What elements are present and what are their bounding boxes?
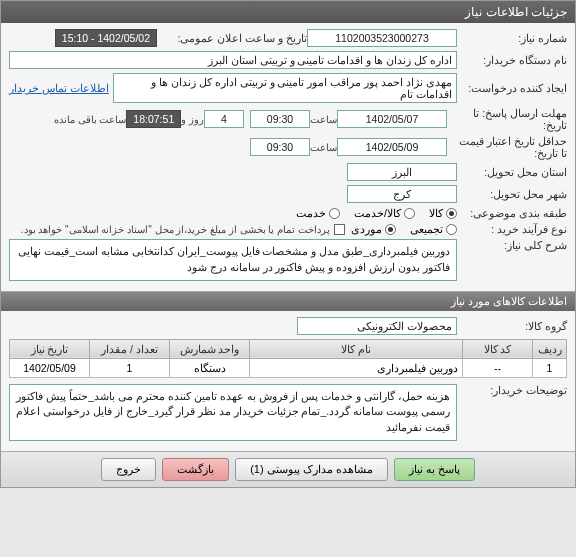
table-row[interactable]: 1 -- دوربین فیلمبرداری دستگاه 1 1402/05/… (10, 358, 567, 377)
buyer-org-label: نام دستگاه خریدار: (457, 54, 567, 66)
col-unit: واحد شمارش (170, 339, 250, 358)
deadline-time: 09:30 (250, 110, 310, 128)
countdown: 18:07:51 (126, 110, 181, 128)
time-word-1: ساعت (310, 114, 337, 125)
group-label: گروه کالا: (457, 320, 567, 332)
city-value: کرج (347, 185, 457, 203)
radio-goods[interactable] (446, 208, 457, 219)
validity-date: 1402/05/09 (337, 138, 447, 156)
buytype-radio-group: تجمیعی موردی (351, 223, 457, 235)
topic-radio-group: کالا کالا/خدمت خدمت (296, 207, 457, 219)
need-no-value: 1102003523000273 (307, 29, 457, 47)
remaining-label: ساعت باقی مانده (54, 114, 127, 125)
treasury-checkbox[interactable] (334, 224, 345, 235)
exit-button[interactable]: خروج (101, 458, 156, 481)
days-remaining: 4 (204, 110, 244, 128)
radio-goods-service[interactable] (404, 208, 415, 219)
group-value: محصولات الکترونیکی (297, 317, 457, 335)
buyer-notes-text: هزینه حمل، گارانتی و خدمات پس از فروش به… (9, 384, 457, 441)
col-name: نام کالا (250, 339, 463, 358)
announce-value: 1402/05/02 - 15:10 (55, 29, 157, 47)
col-qty: تعداد / مقدار (90, 339, 170, 358)
buyer-org-value: اداره کل زندان ها و اقدامات تامینی و ترب… (9, 51, 457, 69)
desc-text: دوربین فیلمبرداری_طبق مدل و مشخصات فایل … (9, 239, 457, 281)
buytype-label: نوع فرآیند خرید : (457, 223, 567, 235)
need-no-label: شماره نیاز: (457, 32, 567, 44)
items-table: ردیف کد کالا نام کالا واحد شمارش تعداد /… (9, 339, 567, 378)
city-label: شهر محل تحویل: (457, 188, 567, 200)
attachments-button[interactable]: مشاهده مدارک پیوستی (1) (235, 458, 388, 481)
col-code: کد کالا (463, 339, 533, 358)
need-details-window: جزئیات اطلاعات نیاز شماره نیاز: 11020035… (0, 0, 576, 488)
requester-value: مهدی نژاد احمد پور مراقب امور تامینی و ت… (113, 73, 457, 103)
desc-label: شرح کلی نیاز: (457, 239, 567, 251)
main-form: شماره نیاز: 1102003523000273 تاریخ و ساع… (1, 23, 575, 291)
footer-buttons: پاسخ به نیاز مشاهده مدارک پیوستی (1) باز… (1, 451, 575, 487)
buyer-notes-label: توضیحات خریدار: (457, 384, 567, 396)
contact-link[interactable]: اطلاعات تماس خریدار (9, 82, 109, 94)
topic-label: طبقه بندی موضوعی: (457, 207, 567, 219)
time-word-2: ساعت (310, 142, 337, 153)
validity-time: 09:30 (250, 138, 310, 156)
pay-note: پرداخت تمام یا بخشی از مبلغ خرید،از محل … (21, 224, 330, 235)
requester-label: ایجاد کننده درخواست: (457, 82, 567, 94)
radio-service[interactable] (329, 208, 340, 219)
items-section-header: اطلاعات کالاهای مورد نیاز (1, 291, 575, 311)
province-label: استان محل تحویل: (457, 166, 567, 178)
province-value: البرز (347, 163, 457, 181)
days-word: روز و (181, 114, 204, 125)
validity-label: حداقل تاریخ اعتبار قیمت تا تاریخ: (447, 135, 567, 159)
radio-case[interactable] (385, 224, 396, 235)
deadline-label: مهلت ارسال پاسخ: تا تاریخ: (447, 107, 567, 131)
deadline-date: 1402/05/07 (337, 110, 447, 128)
back-button[interactable]: بازگشت (162, 458, 229, 481)
col-row: ردیف (533, 339, 567, 358)
respond-button[interactable]: پاسخ به نیاز (394, 458, 475, 481)
announce-label: تاریخ و ساعت اعلان عمومی: (157, 32, 307, 44)
radio-aggregate[interactable] (446, 224, 457, 235)
window-title: جزئیات اطلاعات نیاز (1, 1, 575, 23)
col-date: تاریخ نیاز (10, 339, 90, 358)
